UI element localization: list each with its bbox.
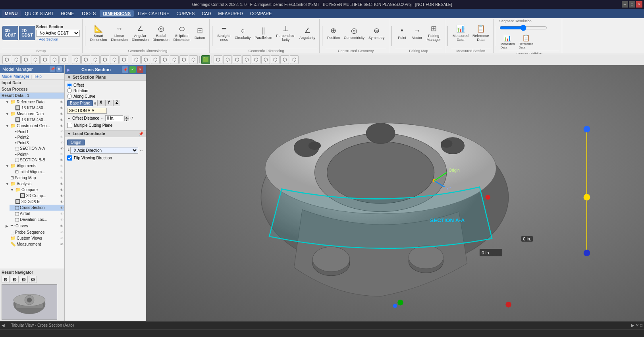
panel-close-button[interactable]: ✕ <box>56 66 62 72</box>
measurement-vis[interactable]: 👁 <box>60 242 64 246</box>
expand-reference-data[interactable]: ▼ <box>6 100 10 104</box>
radial-dimension-button[interactable]: ◎ RadialDimension <box>151 23 171 43</box>
tree-node-alignments[interactable]: ▼ 📁 Alignments 👁 <box>5 163 64 169</box>
circularity-button[interactable]: ○ Circularity <box>233 26 252 41</box>
3dgdts-vis[interactable]: 👁 <box>60 200 64 204</box>
custom-views-vis[interactable]: 👁 <box>60 236 64 240</box>
tree-node-measurement[interactable]: 📏 Measurement 👁 <box>5 241 64 247</box>
tree-node-3dcomp[interactable]: 🔲 3D Comp... 👁 <box>14 193 64 199</box>
probe-sequence-vis[interactable]: 👁 <box>60 230 64 234</box>
tb-btn-15[interactable]: ⬡ <box>141 55 150 64</box>
deviation-loc-vis[interactable]: 👁 <box>60 218 64 222</box>
tree-node-point3[interactable]: • Point3 👁 <box>10 140 64 145</box>
tb-btn-6[interactable]: ⬡ <box>50 55 59 64</box>
point-button[interactable]: • Point <box>395 26 409 41</box>
measured-data-button[interactable]: 📊 MeasuredData <box>451 23 470 43</box>
panel-unpin-button[interactable]: 📌 <box>50 66 55 72</box>
point1-vis[interactable]: 👁 <box>60 130 64 134</box>
tree-node-ktm450-meas[interactable]: 🔲 13 KTM 450 ... 👁 <box>10 117 64 123</box>
offset-up-button[interactable]: ▲ <box>124 116 129 118</box>
tree-node-point2[interactable]: • Point2 👁 <box>10 134 64 140</box>
tb-btn-19[interactable]: ⬡ <box>179 55 188 64</box>
smart-dimension-button[interactable]: 📐 SmartDimension <box>89 23 109 43</box>
tree-node-section-bb[interactable]: ⬚ SECTION B-B 👁 <box>10 157 64 163</box>
tb-btn-11[interactable]: ⬡ <box>100 55 109 64</box>
concentricity-button[interactable]: ◎ Concentricity <box>342 25 366 41</box>
set-section-plane-header[interactable]: ▼ Set Section Plane <box>65 74 146 81</box>
tb-btn-28[interactable]: ⬡ <box>280 55 289 64</box>
z-axis-button[interactable]: Z <box>113 100 120 106</box>
curves-vis[interactable]: 👁 <box>60 224 64 228</box>
tb-btn-21[interactable]: ⬡ <box>214 55 222 64</box>
menu-item-livecapture[interactable]: LIVE CAPTURE <box>135 10 172 17</box>
tree-node-initial-align[interactable]: ⊞ Initial Alignm... 👁 <box>10 169 64 175</box>
symmetry-button[interactable]: ⊜ Symmetry <box>367 25 386 41</box>
ktm450-meas-vis[interactable]: 👁 <box>60 118 64 122</box>
help-link[interactable]: Help <box>33 74 42 79</box>
tb-btn-green[interactable]: 🟩 <box>201 55 210 64</box>
offset-reset-btn[interactable]: ↺ <box>130 116 133 120</box>
ref-data-vis[interactable]: 👁 <box>60 100 64 104</box>
tree-node-measured-data[interactable]: ▼ 📁 Measured Data 👁 <box>5 111 64 117</box>
3d-gdt-button[interactable]: 3DGD&T <box>2 26 18 40</box>
menu-item-compare[interactable]: COMPARE <box>247 10 275 17</box>
tree-node-point4[interactable]: • Point4 👁 <box>10 151 64 157</box>
position-button[interactable]: ⊕ Position <box>326 25 341 41</box>
tb-btn-25[interactable]: ⬡ <box>252 55 260 64</box>
tb-btn-14[interactable]: ⬡ <box>132 55 141 64</box>
radio-offset[interactable] <box>67 83 72 87</box>
tb-btn-8[interactable]: ⬡ <box>72 55 81 64</box>
tb-btn-23[interactable]: ⬡ <box>233 55 241 64</box>
add-section-link[interactable]: + Add Section <box>36 37 80 41</box>
menu-item-tools[interactable]: TOOLS <box>78 10 99 17</box>
meas-data-vis[interactable]: 👁 <box>60 112 64 116</box>
expand-constgeo[interactable]: ▼ <box>6 124 10 128</box>
tree-node-curves[interactable]: ▶ 〜 Curves 👁 <box>5 223 64 229</box>
reference-data-button[interactable]: 📋 ReferenceData <box>471 23 491 43</box>
tree-node-compare[interactable]: ▼ 📁 Compare 👁 <box>10 187 64 193</box>
tb-btn-26[interactable]: ⬡ <box>261 55 270 64</box>
2d-gdt-button[interactable]: 2DGD&T <box>19 26 35 40</box>
x-axis-direction-select[interactable]: X Axis Direction <box>70 147 138 154</box>
tb-btn-13[interactable]: ⬡ <box>120 55 128 64</box>
close-button[interactable]: ✕ <box>636 1 642 8</box>
origin-button[interactable]: Origin <box>67 139 85 145</box>
airfoil-vis[interactable]: 👁 <box>60 212 64 216</box>
angular-dimension-button[interactable]: ∠ AngularDimension <box>130 23 150 43</box>
tb-btn-18[interactable]: ⬡ <box>170 55 179 64</box>
tb-btn-12[interactable]: ⬡ <box>110 55 119 64</box>
rn-btn-4[interactable]: 🖼 <box>29 276 37 283</box>
tree-node-ktm450-ref[interactable]: 🔲 13 KTM 450 ... 👁 <box>10 105 64 111</box>
point4-vis[interactable]: 👁 <box>60 152 64 156</box>
section-bb-vis[interactable]: 👁 <box>60 158 64 162</box>
section-dropdown[interactable]: No Active GD&T <box>36 30 80 37</box>
segment-resolution-slider[interactable] <box>499 25 547 31</box>
point2-vis[interactable]: 👁 <box>60 135 64 139</box>
menu-item-curves[interactable]: CURVES <box>174 10 198 17</box>
cs-ok-button[interactable]: ✓ <box>129 66 136 73</box>
tree-node-airfoil[interactable]: ⬚ Airfoil 👁 <box>10 211 64 217</box>
tb-btn-1[interactable]: ⬡ <box>2 55 11 64</box>
angularity-button[interactable]: ∠ Angularity <box>298 25 317 41</box>
tree-node-deviation-loc[interactable]: ⬚ Deviation Loc... 👁 <box>10 217 64 223</box>
rn-btn-3[interactable]: 🖼 <box>20 276 28 283</box>
offset-input[interactable] <box>105 115 123 121</box>
multiple-cutting-plane-checkbox[interactable] <box>67 123 72 128</box>
menu-item-cad[interactable]: CAD <box>199 10 214 17</box>
x-axis-button[interactable]: X <box>97 100 104 106</box>
tree-node-point1[interactable]: • Point1 👁 <box>10 129 64 134</box>
local-coordinate-header[interactable]: ▼ Local Coordinate 📌 <box>65 130 146 137</box>
tree-node-pairing-map[interactable]: ⊞ Pairing Map 👁 <box>5 175 64 181</box>
menu-item-quickstart[interactable]: QUICK START <box>21 10 57 17</box>
tree-node-section-aa[interactable]: ⬚ SECTION A-A 👁 <box>10 145 64 151</box>
tb-btn-2[interactable]: ⬡ <box>12 55 21 64</box>
alignments-vis[interactable]: 👁 <box>60 164 64 168</box>
tb-btn-29[interactable]: ⬡ <box>290 55 299 64</box>
measured-section-vis-button[interactable]: 📊 MeasuredData <box>499 33 516 50</box>
expand-compare[interactable]: ▼ <box>10 188 14 192</box>
radio-along-curve[interactable] <box>67 94 72 99</box>
ktm450-ref-vis[interactable]: 👁 <box>60 106 64 110</box>
expand-analysis[interactable]: ▼ <box>6 182 10 186</box>
3dcomp-vis[interactable]: 👁 <box>60 194 64 198</box>
compare-vis[interactable]: 👁 <box>60 188 64 192</box>
